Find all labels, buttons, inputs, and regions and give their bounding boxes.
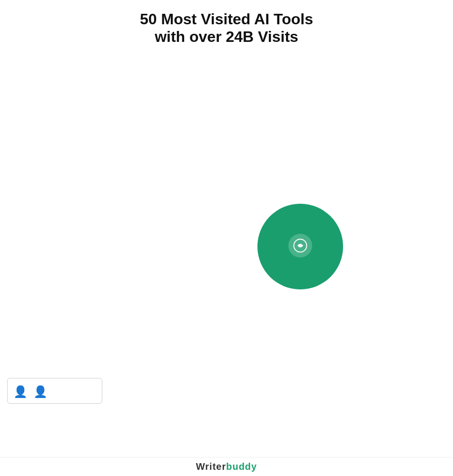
main-content: 👤 👤 [0,51,453,442]
footer: Writerbuddy [0,457,453,476]
gender-row: 👤 👤 [13,385,96,399]
header: 50 Most Visited AI Toolswith over 24B Vi… [0,0,453,51]
female-icon: 👤 [33,385,48,398]
traffic-section [353,373,448,413]
footer-buddy: buddy [226,461,257,472]
footer-writer: Writer [196,461,226,472]
traffic-pie [353,375,391,413]
header-title: 50 Most Visited AI Toolswith over 24B Vi… [10,10,443,46]
pie-container [353,375,448,413]
central-chatgpt [257,204,343,289]
chatgpt-icon [288,234,312,258]
gender-box: 👤 👤 [7,378,102,404]
circle-viz [148,51,453,442]
left-panel: 👤 👤 [0,51,148,442]
gender-female: 👤 [33,385,48,399]
gender-male: 👤 [13,385,28,399]
male-icon: 👤 [13,385,28,398]
